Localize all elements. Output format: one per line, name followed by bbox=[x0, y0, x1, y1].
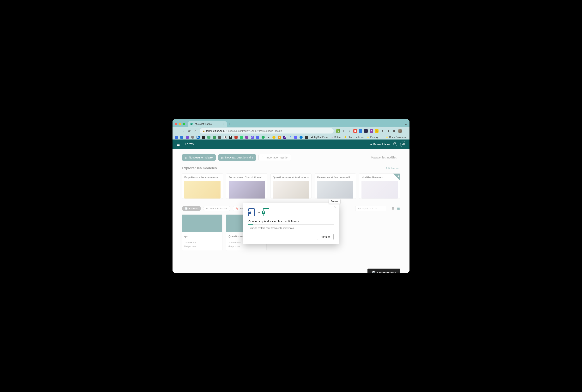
minimize-window-button[interactable] bbox=[179, 123, 181, 125]
bookmark-label: Submit bbox=[334, 136, 342, 138]
bookmark-item[interactable] bbox=[305, 136, 308, 139]
extensions-puzzle-icon[interactable]: ✦ bbox=[380, 129, 384, 133]
svg-marker-2 bbox=[344, 136, 347, 138]
downloads-icon[interactable]: ⬇ bbox=[386, 129, 390, 133]
modal-subtitle: 1 minute restant pour terminer la conver… bbox=[248, 227, 334, 230]
extension-icon[interactable]: ▦ bbox=[353, 129, 357, 133]
bookmark-item[interactable]: f bbox=[289, 136, 292, 139]
bookmark-item[interactable] bbox=[300, 136, 303, 139]
app-title: Forms bbox=[185, 142, 194, 146]
progress-fill bbox=[248, 224, 253, 225]
bookmark-item[interactable] bbox=[202, 136, 205, 139]
comments-label: Commentaires bbox=[377, 271, 396, 273]
bookmark-item[interactable]: in bbox=[197, 136, 200, 139]
bookmark-item[interactable]: WMyStaffPortal bbox=[310, 136, 328, 139]
tab-favicon bbox=[190, 122, 193, 126]
toolbar-right-icons: 🈯 ⇧ ☆ ▦ K △ ✦ ⬇ ▣ ⋮ bbox=[336, 129, 407, 133]
bookmark-item[interactable] bbox=[186, 136, 189, 139]
bookmark-item[interactable] bbox=[262, 136, 265, 139]
tab-title: Microsoft Forms bbox=[195, 123, 212, 126]
bookmark-item[interactable]: K bbox=[278, 136, 281, 139]
cancel-button[interactable]: Annuler bbox=[317, 234, 334, 240]
folder-icon: 📁 bbox=[366, 136, 369, 139]
bookmark-item[interactable] bbox=[175, 136, 178, 139]
window-controls bbox=[175, 123, 185, 125]
bookmark-item[interactable] bbox=[191, 136, 194, 139]
url-host: forms.office.com bbox=[206, 130, 225, 132]
lock-icon: 🔒 bbox=[202, 130, 205, 132]
bookmark-label: Primary bbox=[370, 136, 378, 138]
extension-icon[interactable]: △ bbox=[375, 129, 378, 133]
browser-window: Microsoft Forms × + ⌄ ← → ⟳ ⌂ 🔒 forms.of… bbox=[173, 120, 409, 272]
bookmarks-bar: in R R /// ✕ K K! f WMyStaffPortal ✳Subm… bbox=[173, 135, 409, 140]
bookmark-item[interactable] bbox=[294, 136, 297, 139]
svg-rect-1 bbox=[192, 123, 193, 124]
bookmark-item[interactable] bbox=[234, 136, 238, 139]
bookmark-item[interactable] bbox=[180, 136, 183, 139]
bookmark-item[interactable] bbox=[272, 136, 276, 139]
bookmark-item[interactable]: ✕ bbox=[267, 136, 270, 139]
forms-document-icon bbox=[263, 208, 269, 216]
browser-tabbar: Microsoft Forms × + ⌄ bbox=[173, 120, 409, 127]
url-path: /Pages/DesignPageV2.aspx?prevsubpage=des… bbox=[226, 130, 282, 132]
extension-icon[interactable] bbox=[364, 129, 368, 133]
bookmark-label: MyStaffPortal bbox=[314, 136, 328, 138]
extension-icon[interactable] bbox=[359, 129, 362, 133]
forward-button[interactable]: → bbox=[181, 129, 185, 133]
modal-title: Convertir quiz.docx en Microsoft Forms..… bbox=[248, 220, 334, 223]
translate-icon[interactable]: 🈯 bbox=[336, 129, 340, 133]
help-button[interactable]: ? bbox=[393, 142, 397, 146]
modal-close-button[interactable]: ✕ bbox=[334, 206, 336, 209]
home-button[interactable]: ⌂ bbox=[193, 129, 197, 133]
bookmark-item[interactable]: /// bbox=[251, 136, 254, 139]
panel-icon[interactable]: ▣ bbox=[392, 129, 396, 133]
progress-bar bbox=[248, 224, 334, 225]
arrow-right-icon: → bbox=[257, 210, 261, 214]
extension-icon[interactable]: K bbox=[370, 129, 373, 133]
app-header: Forms ◈ Passer à la ver ? YH bbox=[173, 140, 409, 149]
premium-icon: ◈ bbox=[370, 143, 372, 146]
main-content: ▥ Nouveau formulaire ▤ Nouveau questionn… bbox=[173, 149, 409, 272]
folder-icon: 📁 bbox=[385, 136, 388, 139]
bookmark-label: Other Bookmarks bbox=[389, 136, 407, 138]
bookmark-item[interactable] bbox=[256, 136, 259, 139]
bookmark-item[interactable]: R bbox=[229, 136, 232, 139]
bookmark-item[interactable] bbox=[240, 136, 243, 139]
convert-icons: → bbox=[248, 208, 334, 216]
bookmark-item[interactable]: K! bbox=[283, 136, 286, 139]
browser-menu-button[interactable]: ⋮ bbox=[404, 129, 407, 133]
bookmark-item[interactable]: 📁Primary bbox=[366, 136, 378, 139]
maximize-window-button[interactable] bbox=[183, 123, 185, 125]
bookmark-item[interactable] bbox=[213, 136, 216, 139]
bookmark-item[interactable] bbox=[245, 136, 248, 139]
bookmark-item[interactable] bbox=[218, 136, 221, 139]
address-bar[interactable]: 🔒 forms.office.com/Pages/DesignPageV2.as… bbox=[200, 128, 334, 134]
back-button[interactable]: ← bbox=[175, 129, 179, 133]
upgrade-premium-link[interactable]: ◈ Passer à la ver bbox=[370, 143, 390, 146]
bookmark-item[interactable]: Shared with me bbox=[344, 136, 364, 139]
profile-avatar[interactable] bbox=[398, 129, 402, 133]
bookmark-item[interactable] bbox=[207, 136, 210, 139]
browser-toolbar: ← → ⟳ ⌂ 🔒 forms.office.com/Pages/DesignP… bbox=[173, 127, 409, 135]
tabs-dropdown-button[interactable]: ⌄ bbox=[405, 122, 407, 126]
reload-button[interactable]: ⟳ bbox=[187, 129, 191, 133]
header-right: ◈ Passer à la ver ? YH bbox=[370, 141, 406, 147]
close-window-button[interactable] bbox=[175, 123, 177, 125]
import-progress-modal: Fermer ✕ → Convertir quiz.docx en Micros… bbox=[243, 203, 339, 244]
word-document-icon bbox=[248, 208, 255, 216]
bookmark-label: Shared with me bbox=[348, 136, 364, 138]
bookmark-star-icon[interactable]: ☆ bbox=[348, 129, 351, 133]
bookmark-item[interactable]: ✳Submit bbox=[330, 136, 342, 139]
bookmark-item[interactable]: 📁Other Bookmarks bbox=[385, 136, 407, 139]
bookmark-item[interactable]: R bbox=[224, 136, 227, 139]
close-tooltip: Fermer bbox=[329, 199, 341, 204]
app-launcher-button[interactable] bbox=[176, 141, 182, 147]
share-icon[interactable]: ⇧ bbox=[342, 129, 346, 133]
comments-button[interactable]: 💬 Commentaires bbox=[367, 268, 400, 272]
new-tab-button[interactable]: + bbox=[228, 122, 230, 126]
chat-icon: 💬 bbox=[372, 271, 375, 272]
browser-tab[interactable]: Microsoft Forms × bbox=[188, 121, 227, 127]
premium-label: Passer à la ver bbox=[373, 143, 390, 146]
tab-close-button[interactable]: × bbox=[223, 122, 224, 126]
user-avatar-button[interactable]: YH bbox=[400, 141, 406, 147]
